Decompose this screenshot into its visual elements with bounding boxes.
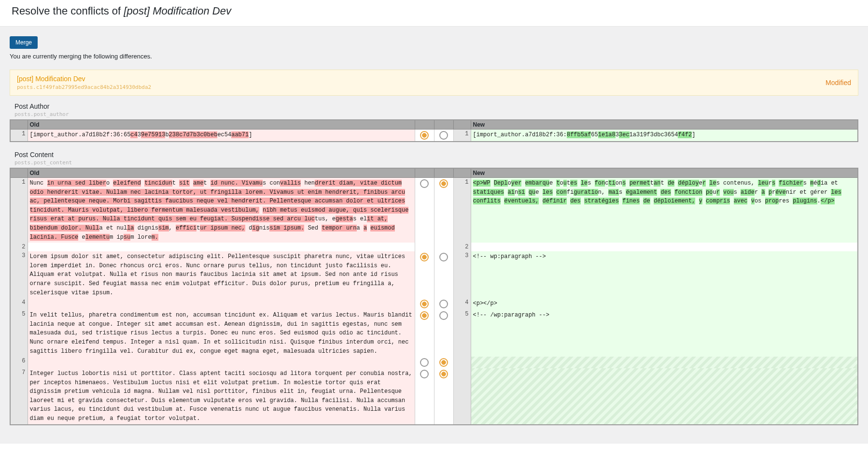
- select-new-radio[interactable]: [439, 131, 448, 140]
- select-old-radio[interactable]: [420, 370, 429, 378]
- page-header: Resolve the conflicts of [post] Modifica…: [0, 0, 868, 27]
- line-number: 1: [453, 178, 471, 243]
- diff-new-cell: [471, 357, 858, 368]
- diff-old-cell: Nunc in urna sed libero eleifend tincidu…: [28, 178, 415, 243]
- select-new-radio[interactable]: [439, 179, 448, 188]
- select-old-radio[interactable]: [420, 253, 429, 261]
- merge-button[interactable]: Merge: [10, 36, 38, 49]
- diff-old-cell: In velit tellus, pharetra condimentum es…: [28, 310, 415, 357]
- diff-new-cell: <!-- /wp:paragraph -->: [471, 310, 858, 357]
- page-title: Resolve the conflicts of [post] Modifica…: [12, 5, 856, 17]
- diff-old-cell: [28, 243, 415, 251]
- line-number: 1: [453, 130, 471, 142]
- select-new-radio[interactable]: [439, 311, 448, 320]
- select-new-radio[interactable]: [439, 370, 448, 378]
- post-banner: [post] Modification Dev posts.c1f49fab27…: [10, 70, 858, 96]
- content-sublabel: posts.post_content: [10, 159, 858, 166]
- line-number: 1: [10, 178, 28, 243]
- line-number: 1: [10, 130, 28, 142]
- author-label: Post Author: [10, 102, 858, 110]
- author-new-head: New: [471, 120, 858, 130]
- author-old-head: Old: [28, 120, 415, 130]
- select-old-radio[interactable]: [420, 358, 429, 367]
- author-diff-table: Old New 1 [import_author.a7d18b2f:36:65c…: [10, 119, 858, 142]
- select-old-radio[interactable]: [420, 131, 429, 140]
- line-number: 3: [453, 251, 471, 298]
- diff-old-cell: Integer luctus lobortis nisi ut porttito…: [28, 368, 415, 425]
- banner-title: [post] Modification Dev: [17, 75, 851, 83]
- main-area: Merge You are currently merging the foll…: [0, 27, 868, 444]
- content-diff-table: Old New 1Nunc in urna sed libero eleifen…: [10, 168, 858, 425]
- line-number: 4: [453, 298, 471, 310]
- banner-status: Modified: [826, 79, 851, 87]
- select-new-radio[interactable]: [439, 253, 448, 261]
- line-number: [453, 357, 471, 368]
- diff-old-cell: Lorem ipsum dolor sit amet, consectetur …: [28, 251, 415, 298]
- line-number: 2: [453, 243, 471, 251]
- diff-old-cell: [28, 357, 415, 368]
- select-old-radio[interactable]: [420, 179, 429, 188]
- diff-new-cell: [471, 368, 858, 425]
- select-old-radio[interactable]: [420, 300, 429, 308]
- line-number: 4: [10, 298, 28, 310]
- diff-new-cell: <p>WP Deployer embarque toutes les fonct…: [471, 178, 858, 243]
- line-number: 5: [10, 310, 28, 357]
- intro-text: You are currently merging the following …: [10, 53, 858, 60]
- line-number: 7: [10, 368, 28, 425]
- diff-new-cell: <p></p>: [471, 298, 858, 310]
- line-number: 5: [453, 310, 471, 357]
- banner-hash: posts.c1f49fab27995ed9acac84b2a314930dbd…: [17, 84, 851, 90]
- author-old-value: [import_author.a7d18b2f:36:65c439e75913b…: [28, 130, 415, 142]
- select-new-radio[interactable]: [439, 358, 448, 367]
- line-number: 6: [10, 357, 28, 368]
- content-old-head: Old: [28, 168, 415, 178]
- content-new-head: New: [471, 168, 858, 178]
- diff-new-cell: <!-- wp:paragraph -->: [471, 251, 858, 298]
- content-label: Post Content: [10, 151, 858, 159]
- line-number: [453, 368, 471, 425]
- diff-new-cell: [471, 243, 858, 251]
- author-sublabel: posts.post_author: [10, 111, 858, 117]
- diff-old-cell: [28, 298, 415, 310]
- select-new-radio[interactable]: [439, 300, 448, 308]
- author-new-value: [import_author.a7d18b2f:36:8ffb5af651e1a…: [471, 130, 858, 142]
- line-number: 2: [10, 243, 28, 251]
- select-old-radio[interactable]: [420, 311, 429, 320]
- line-number: 3: [10, 251, 28, 298]
